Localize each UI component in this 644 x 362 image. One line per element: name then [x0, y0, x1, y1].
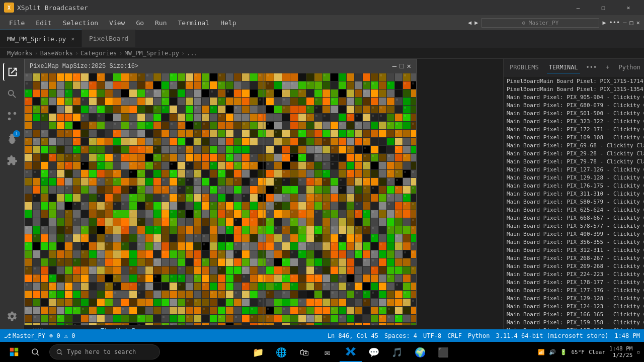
- minimize-button[interactable]: —: [567, 0, 590, 15]
- language-status[interactable]: Python: [468, 332, 490, 339]
- terminal-line: Main Board Pixel: PIX_680-679 - Clickity…: [507, 102, 641, 110]
- taskbar-edge[interactable]: 🌐: [270, 342, 292, 362]
- popup-close-button[interactable]: ✕: [407, 62, 411, 71]
- taskbar-file-explorer[interactable]: 📁: [247, 342, 269, 362]
- taskbar-mail[interactable]: ✉: [316, 342, 339, 362]
- terminal-line: Main Board Pixel: PIX_29-28 - Clickity C…: [507, 150, 641, 158]
- git-branch-icon: ⎇: [4, 332, 11, 339]
- terminal-line: Main Board Pixel: PIX_580-579 - Clickity…: [507, 198, 641, 206]
- breadcrumb-file[interactable]: MW_PM_Sprite.py: [125, 50, 179, 57]
- taskbar-search-btn[interactable]: [24, 342, 46, 362]
- clock-time: 1:48 PM: [609, 345, 632, 352]
- terminal-line: Main Board Pixel: PIX_129-128 - Clickity…: [507, 295, 641, 303]
- tab-sprite-py-close[interactable]: ✕: [71, 36, 74, 42]
- code-editor[interactable]: 811812813814 815816817818 819820821822 8…: [24, 59, 503, 329]
- taskbar-discord[interactable]: 💬: [363, 342, 385, 362]
- debug-icon[interactable]: [3, 129, 21, 147]
- terminal-line: Main Board Pixel: PIX_501-500 - Clickity…: [507, 110, 641, 118]
- menu-run[interactable]: Run: [150, 17, 172, 29]
- start-button[interactable]: [4, 342, 24, 362]
- popup-minimize-button[interactable]: —: [392, 62, 396, 71]
- svg-line-8: [37, 353, 38, 355]
- encoding-label: UTF-8: [423, 332, 441, 339]
- battery-icon[interactable]: 🔋: [560, 349, 567, 355]
- python-version-label: 3.11.4 64-bit (microsoft store): [496, 332, 608, 339]
- terminal-line: Main Board Pixel: PIX_79-78 - Clickity C…: [507, 158, 641, 166]
- taskbar-search-placeholder: Type here to search: [67, 348, 136, 355]
- system-tray: 📶 🔊 🔋 65°F Clear 1:48 PM 1/2/25 ▫: [538, 345, 640, 358]
- menu-edit[interactable]: Edit: [31, 17, 56, 29]
- indentation[interactable]: Spaces: 4: [384, 332, 417, 339]
- panel-add-btn[interactable]: +: [606, 64, 609, 71]
- breadcrumb-baseworks[interactable]: BaseWorks: [40, 50, 73, 57]
- pixel-popup-title-bar[interactable]: PixelMap MapSize:2025 Size:16> — □ ✕: [25, 59, 416, 73]
- app-name: XSplit Broadcaster: [17, 4, 88, 12]
- taskbar-spotify[interactable]: 🎵: [386, 342, 408, 362]
- menu-view[interactable]: View: [104, 17, 130, 29]
- menu-terminal[interactable]: Terminal: [173, 17, 215, 29]
- terminal-line: Main Board Pixel: PIX_668-667 - Clickity…: [507, 214, 641, 222]
- svg-rect-5: [10, 352, 14, 356]
- title-bar: X XSplit Broadcaster — □ ✕: [0, 0, 644, 15]
- taskbar-search-bar[interactable]: Type here to search: [49, 344, 160, 359]
- menu-selection[interactable]: Selection: [58, 17, 103, 29]
- taskbar-chrome[interactable]: 🌍: [409, 342, 431, 362]
- cursor-position[interactable]: Ln 846, Col 45: [328, 332, 378, 339]
- taskbar-vscode[interactable]: [340, 342, 362, 362]
- close-button[interactable]: ✕: [617, 0, 640, 15]
- tab-sprite-py[interactable]: MW_PM_Sprite.py ✕: [0, 30, 82, 47]
- menu-go[interactable]: Go: [131, 17, 149, 29]
- tab-terminal[interactable]: TERMINAL: [547, 62, 580, 73]
- menu-help[interactable]: Help: [215, 17, 241, 29]
- taskbar-store[interactable]: 🛍: [293, 342, 315, 362]
- terminal-line: Main Board Pixel: PIX_356-355 - Clickity…: [507, 238, 641, 246]
- temp-label: 65°F: [571, 349, 585, 355]
- panel-more-btn[interactable]: •••: [586, 64, 597, 71]
- taskbar: Type here to search 📁 🌐 🛍 ✉ 💬 🎵 🌍 ⬛ 📶 🔊 …: [0, 342, 644, 362]
- svg-point-2: [8, 112, 11, 115]
- encoding-status[interactable]: UTF-8: [423, 332, 441, 339]
- errors-status[interactable]: ⊗ 0: [49, 332, 60, 339]
- terminal-line: Main Board Pixel: PIX_129-128 - Clickity…: [507, 174, 641, 182]
- maximize-button[interactable]: □: [592, 0, 615, 15]
- popup-maximize-button[interactable]: □: [399, 62, 404, 71]
- tab-bar: MW_PM_Sprite.py ✕ PixelBoard: [0, 30, 644, 48]
- git-branch-status[interactable]: ⎇ Master_PY: [4, 332, 45, 339]
- volume-icon[interactable]: 🔊: [549, 349, 556, 355]
- svg-rect-6: [15, 352, 19, 356]
- breadcrumb-categories[interactable]: Categories: [80, 50, 117, 57]
- breadcrumb-myworks[interactable]: MyWorks: [7, 50, 33, 57]
- terminal-line: Main Board Pixel: PIX_268-267 - Clickity…: [507, 254, 641, 262]
- explorer-icon[interactable]: [3, 63, 21, 81]
- terminal-line: Main Board Pixel: PIX_69-68 - Clickity C…: [507, 142, 641, 150]
- tab-pixelboard[interactable]: PixelBoard: [82, 30, 136, 47]
- extensions-icon[interactable]: [3, 151, 21, 169]
- terminal-line: Main Board Pixel: PIX_224-223 - Clickity…: [507, 270, 641, 279]
- pixel-map-popup: PixelMap MapSize:2025 Size:16> — □ ✕: [24, 59, 417, 325]
- menu-file[interactable]: File: [4, 17, 30, 29]
- warning-count: ⚠ 0: [64, 332, 75, 339]
- terminal-line: Main Board Pixel: PIX_311-310 - Clickity…: [507, 190, 641, 198]
- search-activity-icon[interactable]: [3, 85, 21, 103]
- terminal-line: Main Board Pixel: PIX_197-196 - Clickity…: [507, 327, 641, 329]
- settings-icon[interactable]: [3, 307, 21, 325]
- python-selector[interactable]: Python: [619, 64, 640, 71]
- python-version-status[interactable]: 3.11.4 64-bit (microsoft store): [496, 332, 608, 339]
- clock[interactable]: 1:48 PM 1/2/25: [609, 345, 632, 358]
- breadcrumb-more[interactable]: ...: [187, 50, 198, 57]
- git-icon[interactable]: [3, 107, 21, 125]
- warnings-status[interactable]: ⚠ 0: [64, 332, 75, 339]
- activity-bar: [0, 59, 24, 329]
- error-count: ⊗ 0: [49, 332, 60, 339]
- breadcrumb: MyWorks › BaseWorks › Categories › MW_PM…: [0, 48, 644, 59]
- git-branch-label: Master_PY: [13, 332, 45, 339]
- svg-point-7: [32, 349, 38, 354]
- wifi-icon[interactable]: 📶: [538, 349, 545, 355]
- right-panel: PROBLEMS TERMINAL ••• + Python PixelBoar…: [503, 59, 644, 329]
- terminal-line: Main Board Pixel: PIX_625-624 - Clickity…: [507, 206, 641, 214]
- show-desktop-btn[interactable]: ▫: [636, 349, 640, 355]
- terminal-line: Main Board Pixel: PIX_109-108 - Clickity…: [507, 134, 641, 142]
- tab-problems[interactable]: PROBLEMS: [508, 62, 541, 73]
- taskbar-terminal[interactable]: ⬛: [432, 342, 454, 362]
- line-ending-status[interactable]: CRLF: [447, 332, 462, 339]
